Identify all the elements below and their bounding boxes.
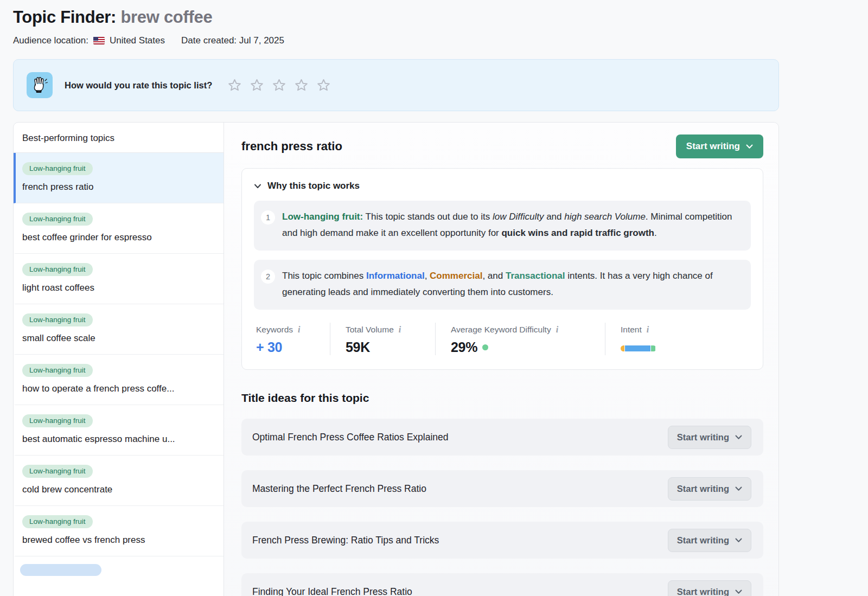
- star-icon[interactable]: [294, 78, 309, 93]
- chevron-down-icon: [735, 538, 742, 543]
- star-icon[interactable]: [227, 78, 242, 93]
- title-idea-text: French Press Brewing: Ratio Tips and Tri…: [252, 535, 439, 546]
- info-icon[interactable]: i: [399, 325, 401, 335]
- audience-location-label: Audience location:: [13, 35, 88, 46]
- start-writing-label: Start writing: [677, 432, 729, 443]
- metrics-row: Keywords i + 30 Total Volume i 59K Avera…: [254, 323, 751, 355]
- chevron-down-icon: [254, 184, 261, 189]
- topic-item-title: best coffee grinder for espresso: [22, 232, 215, 243]
- low-hanging-fruit-badge: Low-hanging fruit: [22, 162, 93, 175]
- topic-item-title: small coffee scale: [22, 333, 215, 344]
- why-section-title: Why this topic works: [267, 181, 360, 191]
- sidebar-topic-item[interactable]: Low-hanging fruit cold brew concentrate: [14, 456, 224, 506]
- topic-item-title: cold brew concentrate: [22, 484, 215, 495]
- metric-column: Total Volume i 59K: [330, 323, 435, 355]
- point-text: This topic combines Informational, Comme…: [282, 268, 740, 300]
- low-hanging-fruit-badge: Low-hanging fruit: [22, 313, 93, 326]
- point-number: 1: [261, 210, 275, 225]
- low-hanging-fruit-badge: Low-hanging fruit: [22, 515, 93, 528]
- sidebar-topic-item[interactable]: Low-hanging fruit best coffee grinder fo…: [14, 203, 224, 254]
- metric-label: Intent: [621, 325, 642, 335]
- metric-value: 29%: [451, 339, 605, 355]
- start-writing-label: Start writing: [686, 141, 740, 152]
- waving-hand-icon: [27, 72, 53, 98]
- page-title-query: brew coffee: [120, 8, 212, 27]
- star-rating: [227, 78, 331, 93]
- title-idea-text: Mastering the Perfect French Press Ratio: [252, 483, 426, 495]
- metric-label-row: Total Volume i: [346, 325, 435, 335]
- start-writing-button[interactable]: Start writing: [668, 580, 751, 596]
- start-writing-button[interactable]: Start writing: [668, 477, 751, 501]
- selected-topic-title: french press ratio: [241, 139, 342, 153]
- topics-workspace: Best-performing topics Low-hanging fruit…: [13, 122, 779, 596]
- topic-item-title: light roast coffees: [22, 283, 215, 293]
- topic-item-title: french press ratio: [22, 182, 215, 193]
- title-idea-card: Optimal French Press Coffee Ratios Expla…: [241, 419, 763, 456]
- why-section-toggle[interactable]: Why this topic works: [254, 181, 360, 191]
- low-hanging-fruit-badge: Low-hanging fruit: [22, 213, 93, 226]
- intent-bar-segment: [625, 345, 650, 351]
- rating-question: How would you rate this topic list?: [65, 80, 212, 91]
- start-writing-label: Start writing: [677, 484, 729, 494]
- low-hanging-fruit-badge: Low-hanging fruit: [22, 364, 93, 377]
- date-created: Date created: Jul 7, 2025: [181, 35, 284, 46]
- point-text: Low-hanging fruit: This topic stands out…: [282, 209, 740, 241]
- sidebar-topic-item[interactable]: Low-hanging fruit small coffee scale: [14, 304, 224, 355]
- low-hanging-fruit-badge: Low-hanging fruit: [22, 263, 93, 276]
- info-icon[interactable]: i: [298, 325, 300, 335]
- why-topic-works-card: Why this topic works 1 Low-hanging fruit…: [241, 168, 763, 370]
- difficulty-dot: [482, 344, 488, 350]
- metric-label-row: Keywords i: [256, 325, 330, 335]
- audience-location-value: United States: [110, 35, 165, 46]
- chevron-down-icon: [746, 144, 753, 149]
- title-idea-card: Mastering the Perfect French Press Ratio…: [241, 470, 763, 507]
- title-ideas-heading: Title ideas for this topic: [241, 392, 763, 405]
- chevron-down-icon: [735, 486, 742, 491]
- metric-column: Average Keyword Difficulty i 29%: [435, 323, 605, 355]
- topics-sidebar: Best-performing topics Low-hanging fruit…: [14, 123, 224, 596]
- metric-value: + 30: [256, 339, 330, 355]
- low-hanging-fruit-badge: Low-hanging fruit: [22, 414, 93, 427]
- sidebar-topic-item[interactable]: Low-hanging fruit brewed coffee vs frenc…: [14, 506, 224, 556]
- page-meta: Audience location: United States Date cr…: [13, 35, 779, 46]
- us-flag-icon: [93, 37, 105, 44]
- metric-column: Keywords i + 30: [254, 323, 330, 355]
- info-icon[interactable]: i: [647, 325, 649, 335]
- intent-bar-segment: [621, 345, 624, 351]
- sidebar-topic-item-partial[interactable]: [14, 556, 224, 576]
- sidebar-topic-item[interactable]: Low-hanging fruit best automatic espress…: [14, 405, 224, 456]
- title-idea-text: Finding Your Ideal French Press Ratio: [252, 586, 412, 596]
- star-icon[interactable]: [250, 78, 264, 93]
- low-hanging-fruit-badge: Low-hanging fruit: [22, 465, 93, 478]
- metric-label: Total Volume: [346, 325, 394, 335]
- intent-bar: [621, 345, 656, 351]
- point-number: 2: [261, 270, 275, 284]
- why-points: 1 Low-hanging fruit: This topic stands o…: [254, 201, 751, 310]
- start-writing-label: Start writing: [677, 587, 729, 596]
- page-content: Topic Finder: brew coffee Audience locat…: [13, 0, 779, 596]
- star-icon[interactable]: [272, 78, 286, 93]
- title-idea-text: Optimal French Press Coffee Ratios Expla…: [252, 432, 449, 443]
- topic-detail-header: french press ratio Start writing: [241, 134, 763, 158]
- rating-banner: How would you rate this topic list?: [13, 59, 779, 111]
- sidebar-title: Best-performing topics: [14, 123, 224, 153]
- topic-detail-panel: french press ratio Start writing Why thi…: [224, 123, 778, 596]
- start-writing-button[interactable]: Start writing: [668, 426, 751, 449]
- sidebar-topic-item[interactable]: Low-hanging fruit light roast coffees: [14, 254, 224, 304]
- metric-column: Intent i: [605, 323, 656, 355]
- badge-stub: [20, 564, 101, 576]
- sidebar-topic-item[interactable]: Low-hanging fruit how to operate a frenc…: [14, 355, 224, 405]
- sidebar-topic-item[interactable]: Low-hanging fruit french press ratio: [14, 153, 224, 203]
- info-icon[interactable]: i: [556, 325, 558, 335]
- metric-label-row: Intent i: [621, 325, 656, 335]
- start-writing-label: Start writing: [677, 535, 729, 546]
- topic-item-title: brewed coffee vs french press: [22, 535, 215, 546]
- topic-item-title: best automatic espresso machine u...: [22, 434, 215, 445]
- start-writing-button[interactable]: Start writing: [676, 134, 763, 158]
- start-writing-button[interactable]: Start writing: [668, 529, 751, 552]
- intent-bar-segment: [651, 345, 655, 351]
- why-point: 1 Low-hanging fruit: This topic stands o…: [254, 201, 751, 251]
- title-idea-list: Optimal French Press Coffee Ratios Expla…: [241, 419, 763, 596]
- star-icon[interactable]: [316, 78, 331, 93]
- metric-label-row: Average Keyword Difficulty i: [451, 325, 605, 335]
